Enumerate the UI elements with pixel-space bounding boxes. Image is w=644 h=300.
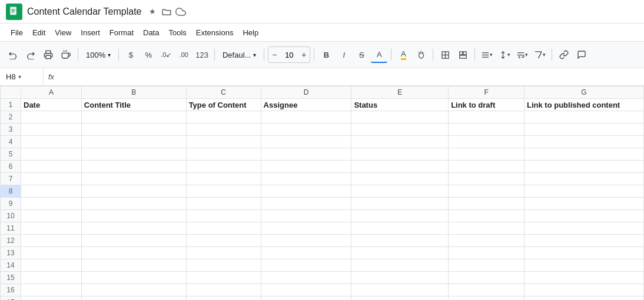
cell-e17[interactable]	[351, 296, 449, 301]
cell-f16[interactable]	[449, 284, 525, 296]
redo-button[interactable]	[22, 46, 39, 63]
cell-c2[interactable]	[186, 111, 261, 124]
cell-c3[interactable]	[186, 124, 261, 136]
cell-b13[interactable]	[81, 247, 186, 259]
cell-a2[interactable]	[21, 111, 82, 124]
cell-f10[interactable]	[449, 210, 525, 222]
cell-e8[interactable]	[351, 185, 449, 198]
menu-format[interactable]: Format	[105, 26, 138, 39]
cell-e12[interactable]	[351, 235, 449, 247]
cell-g6[interactable]	[525, 161, 644, 173]
cell-e15[interactable]	[351, 272, 449, 284]
cell-b7[interactable]	[81, 173, 186, 185]
row-number-10[interactable]: 10	[1, 210, 21, 222]
cell-c8[interactable]	[186, 185, 261, 198]
row-number-12[interactable]: 12	[1, 235, 21, 247]
col-header-a[interactable]: A	[21, 86, 82, 99]
cell-a13[interactable]	[21, 247, 82, 259]
insert-comment-button[interactable]	[573, 46, 590, 63]
menu-view[interactable]: View	[50, 26, 76, 39]
text-rotation-button[interactable]: ▾	[532, 46, 548, 63]
row-number-8[interactable]: 8	[1, 185, 21, 198]
cell-g2[interactable]	[525, 111, 644, 124]
decimal-inc-button[interactable]: .00	[175, 46, 192, 63]
cell-g15[interactable]	[525, 272, 644, 284]
cell-d16[interactable]	[261, 284, 351, 296]
cell-b12[interactable]	[81, 235, 186, 247]
row-number-2[interactable]: 2	[1, 111, 21, 124]
col-header-d[interactable]: D	[261, 86, 351, 99]
font-size-increase-button[interactable]: +	[298, 46, 310, 63]
zoom-dropdown[interactable]: 100% ▾	[82, 46, 115, 63]
cell-b9[interactable]	[81, 198, 186, 210]
cell-b5[interactable]	[81, 148, 186, 161]
align-horizontal-button[interactable]: ▾	[479, 46, 495, 63]
decimal-dec-button[interactable]: .0↙	[158, 46, 174, 63]
menu-insert[interactable]: Insert	[76, 26, 105, 39]
align-vertical-button[interactable]: ▾	[496, 46, 513, 63]
borders-button[interactable]	[437, 46, 453, 63]
cell-e5[interactable]	[351, 148, 449, 161]
folder-icon[interactable]	[161, 6, 172, 18]
cell-a3[interactable]	[21, 124, 82, 136]
cell-f2[interactable]	[449, 111, 525, 124]
cell-d4[interactable]	[261, 136, 351, 148]
cell-e1[interactable]: Status	[351, 99, 449, 111]
cell-b3[interactable]	[81, 124, 186, 136]
cell-a12[interactable]	[21, 235, 82, 247]
currency-button[interactable]: $	[122, 46, 139, 63]
cell-g4[interactable]	[525, 136, 644, 148]
cell-a15[interactable]	[21, 272, 82, 284]
cell-g9[interactable]	[525, 198, 644, 210]
cell-a17[interactable]	[21, 296, 82, 301]
cell-g1[interactable]: Link to published content	[525, 99, 644, 111]
cell-b16[interactable]	[81, 284, 186, 296]
cell-b6[interactable]	[81, 161, 186, 173]
cell-f6[interactable]	[449, 161, 525, 173]
cell-a8[interactable]	[21, 185, 82, 198]
cell-e10[interactable]	[351, 210, 449, 222]
row-number-16[interactable]: 16	[1, 284, 21, 296]
row-number-1[interactable]: 1	[1, 99, 21, 111]
insert-link-button[interactable]	[556, 46, 572, 63]
cell-e9[interactable]	[351, 198, 449, 210]
row-number-9[interactable]: 9	[1, 198, 21, 210]
row-number-14[interactable]: 14	[1, 259, 21, 272]
menu-file[interactable]: File	[6, 26, 28, 39]
cell-d1[interactable]: Assignee	[261, 99, 351, 111]
cell-e4[interactable]	[351, 136, 449, 148]
menu-edit[interactable]: Edit	[28, 26, 50, 39]
cell-d2[interactable]	[261, 111, 351, 124]
col-header-c[interactable]: C	[186, 86, 261, 99]
star-icon[interactable]: ★	[147, 6, 158, 18]
row-number-3[interactable]: 3	[1, 124, 21, 136]
cell-g14[interactable]	[525, 259, 644, 272]
cell-c6[interactable]	[186, 161, 261, 173]
cell-f17[interactable]	[449, 296, 525, 301]
text-wrap-button[interactable]: ▾	[514, 46, 530, 63]
cell-e6[interactable]	[351, 161, 449, 173]
fill-color-button[interactable]	[413, 46, 429, 63]
cell-a7[interactable]	[21, 173, 82, 185]
cell-f13[interactable]	[449, 247, 525, 259]
cell-a6[interactable]	[21, 161, 82, 173]
cell-c7[interactable]	[186, 173, 261, 185]
cell-e11[interactable]	[351, 222, 449, 235]
cell-g17[interactable]	[525, 296, 644, 301]
formula-input[interactable]	[59, 72, 642, 81]
font-size-decrease-button[interactable]: −	[268, 46, 280, 63]
cell-a11[interactable]	[21, 222, 82, 235]
cell-d9[interactable]	[261, 198, 351, 210]
cell-b14[interactable]	[81, 259, 186, 272]
cell-f4[interactable]	[449, 136, 525, 148]
cell-f3[interactable]	[449, 124, 525, 136]
cell-d5[interactable]	[261, 148, 351, 161]
cell-d11[interactable]	[261, 222, 351, 235]
cell-c9[interactable]	[186, 198, 261, 210]
cell-reference[interactable]: H8 ▾	[2, 68, 44, 85]
cell-d15[interactable]	[261, 272, 351, 284]
cell-c1[interactable]: Type of Content	[186, 99, 261, 111]
cell-g3[interactable]	[525, 124, 644, 136]
cell-d13[interactable]	[261, 247, 351, 259]
cell-d3[interactable]	[261, 124, 351, 136]
